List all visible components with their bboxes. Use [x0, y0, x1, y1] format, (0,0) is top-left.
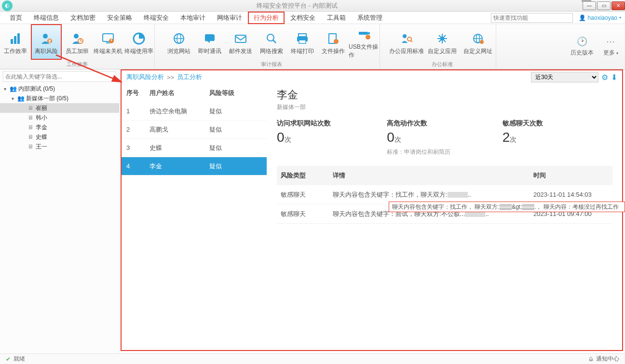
notification-center[interactable]: 🕭 通知中心 — [588, 355, 619, 363]
node-icon: 🖥 — [27, 114, 34, 121]
menu-item-1[interactable]: 终端信息 — [28, 12, 65, 24]
quick-search-input[interactable] — [491, 13, 573, 23]
ribbon-btn-自定义网址[interactable]: 自定义网址 — [460, 24, 496, 60]
ribbon-btn-label: 即时通讯 — [198, 47, 221, 55]
ribbon-btn-label: 自定义应用 — [428, 47, 457, 55]
user-risk-row[interactable]: 4李金疑似 — [122, 157, 267, 175]
svg-rect-12 — [106, 42, 110, 43]
more-button[interactable]: ⋯ 更多 ▾ — [603, 36, 618, 57]
stat-label: 访问求职网站次数 — [277, 119, 387, 128]
cell-index: 3 — [126, 144, 149, 151]
user-icon: 👤 — [579, 14, 586, 21]
svg-rect-27 — [359, 32, 367, 35]
menu-bar: 首页终端信息文档加密安全策略终端安全本地审计网络审计行为分析文档安全工具箱系统管… — [0, 12, 625, 24]
download-icon[interactable]: ⬇ — [611, 73, 617, 82]
ribbon-btn-邮件发送[interactable]: 邮件发送 — [225, 24, 256, 60]
cell-index: 1 — [126, 108, 149, 115]
stat-value: 0次 — [387, 130, 503, 145]
tree-node[interactable]: 🖥崔丽 — [0, 103, 119, 113]
menu-item-2[interactable]: 文档加密 — [65, 12, 101, 24]
tree-node[interactable]: ▾👥内部测试 (0/5) — [0, 84, 119, 94]
evt-type: 敏感聊天 — [281, 210, 333, 218]
menu-item-6[interactable]: 网络审计 — [211, 12, 248, 24]
menu-item-5[interactable]: 本地审计 — [175, 12, 211, 24]
sidebar-filter-input[interactable] — [3, 71, 116, 82]
ribbon-btn-USB文件操作[interactable]: USB文件操作 — [349, 24, 380, 60]
ribbon-btn-浏览网站[interactable]: 浏览网站 — [163, 24, 194, 60]
history-button[interactable]: 🕑 历史版本 — [571, 36, 594, 57]
crumb-root[interactable]: 离职风险分析 — [126, 73, 164, 81]
expand-toggle[interactable]: ▾ — [2, 86, 8, 92]
user-risk-table: 序号 用户姓名 风险等级 1傍边空余电脑疑似2高鹏戈疑似3史蝶疑似4李金疑似 — [122, 84, 267, 350]
menu-item-10[interactable]: 系统管理 — [352, 12, 388, 24]
user-risk-row[interactable]: 1傍边空余电脑疑似 — [122, 102, 267, 121]
svg-rect-1 — [14, 36, 16, 44]
ribbon-group-label: 工作效率 — [0, 60, 154, 69]
node-label: 王一 — [36, 143, 47, 151]
cell-name: 史蝶 — [149, 144, 209, 152]
user-risk-row[interactable]: 2高鹏戈疑似 — [122, 121, 267, 139]
tree-node[interactable]: 🖥韩小 — [0, 113, 119, 122]
detail-department: 新媒体一部 — [277, 103, 612, 111]
svg-rect-2 — [17, 33, 20, 44]
menu-item-4[interactable]: 终端安全 — [138, 12, 175, 24]
node-icon: 🖥 — [27, 143, 34, 150]
menu-item-7[interactable]: 行为分析 — [248, 12, 285, 24]
close-button[interactable]: ✕ — [611, 1, 625, 10]
node-icon: 🖥 — [27, 105, 34, 111]
tree-node[interactable]: 🖥史蝶 — [0, 132, 119, 142]
chevron-down-icon: ▾ — [616, 51, 618, 55]
cell-name: 李金 — [149, 162, 209, 171]
evt-time: 2023-11-01 14:54:03 — [533, 191, 609, 198]
ribbon-btn-文件操作[interactable]: 文件操作 — [318, 24, 349, 60]
ribbon-btn-终端未关机[interactable]: 终端未关机 — [93, 24, 123, 60]
crumb-current[interactable]: 员工分析 — [177, 73, 202, 81]
tree-node[interactable]: 🖥李金 — [0, 122, 119, 132]
maximize-button[interactable]: ▭ — [597, 1, 611, 10]
detail-panel: 李金 新媒体一部 访问求职网站次数0次高危动作次数0次标准：申请岗位和刷简历敏感… — [267, 84, 622, 350]
ribbon-icon — [172, 32, 186, 45]
stat-value: 0次 — [277, 130, 387, 145]
menu-item-9[interactable]: 工具箱 — [321, 12, 352, 24]
ribbon-icon — [39, 32, 54, 45]
ribbon-btn-终端打印[interactable]: 终端打印 — [287, 24, 318, 60]
ribbon-btn-终端使用率[interactable]: 终端使用率 — [123, 24, 154, 60]
stat-label: 敏感聊天次数 — [503, 119, 612, 128]
minimize-button[interactable]: — — [583, 1, 596, 10]
evt-header-detail: 详情 — [333, 171, 533, 180]
svg-line-32 — [411, 40, 412, 42]
ribbon-icon — [326, 32, 340, 45]
ribbon-icon — [132, 32, 146, 45]
tree-node[interactable]: ▾👥新媒体一部 (0/5) — [0, 94, 119, 103]
svg-rect-19 — [235, 35, 246, 42]
user-menu[interactable]: 👤haoxiaoyao▾ — [579, 14, 621, 21]
date-range-select[interactable]: 近30天 — [531, 72, 598, 82]
gear-icon[interactable]: ⚙ — [601, 73, 608, 82]
svg-point-20 — [267, 34, 274, 41]
ribbon-icon — [295, 32, 310, 45]
svg-point-3 — [43, 34, 48, 39]
stat-standard: 标准：申请岗位和刷简历 — [387, 148, 503, 156]
cell-name: 高鹏戈 — [149, 125, 209, 134]
ribbon-btn-label: 邮件发送 — [229, 47, 252, 55]
ribbon-btn-离职风险[interactable]: 离职风险 — [31, 24, 62, 60]
expand-toggle[interactable]: ▾ — [10, 96, 15, 101]
menu-item-8[interactable]: 文档安全 — [285, 12, 321, 24]
ribbon-btn-办公应用标准[interactable]: 办公应用标准 — [389, 24, 424, 60]
ribbon-btn-员工加班[interactable]: 员工加班 — [62, 24, 93, 60]
menu-item-3[interactable]: 安全策略 — [101, 12, 138, 24]
ribbon-icon — [357, 27, 371, 41]
svg-rect-22 — [299, 34, 306, 37]
node-label: 史蝶 — [36, 133, 47, 141]
ribbon-btn-自定义应用[interactable]: 自定义应用 — [424, 24, 460, 60]
menu-item-0[interactable]: 首页 — [4, 12, 28, 24]
tree-node[interactable]: 🖥王一 — [0, 142, 119, 151]
user-risk-row[interactable]: 3史蝶疑似 — [122, 139, 267, 157]
ribbon-btn-网络搜索[interactable]: 网络搜索 — [256, 24, 287, 60]
ribbon-btn-即时通讯[interactable]: 即时通讯 — [194, 24, 225, 60]
history-label: 历史版本 — [571, 49, 594, 57]
evt-header-time: 时间 — [533, 171, 609, 180]
device-tree: ▾👥内部测试 (0/5)▾👥新媒体一部 (0/5)🖥崔丽🖥韩小🖥李金🖥史蝶🖥王一 — [0, 83, 119, 353]
ribbon-btn-工作效率[interactable]: 工作效率 — [0, 24, 31, 60]
ribbon-btn-label: 终端使用率 — [124, 47, 153, 55]
